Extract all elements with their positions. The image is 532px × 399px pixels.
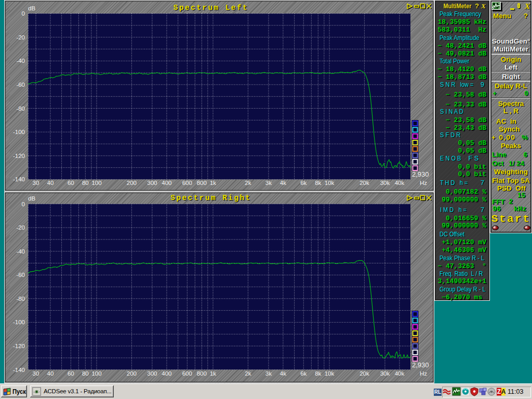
svg-text:Z: Z (497, 388, 501, 395)
svg-text:40k: 40k (395, 370, 405, 377)
svg-text:600: 600 (182, 180, 192, 186)
svg-text:Spectrum Left: Spectrum Left (174, 4, 248, 12)
svg-text:-80: -80 (16, 296, 25, 302)
svg-text:800: 800 (197, 180, 207, 186)
svg-text:4k: 4k (280, 370, 286, 377)
svg-text:-100: -100 (13, 129, 25, 135)
svg-text:-60: -60 (16, 272, 25, 278)
svg-text:80: 80 (82, 370, 89, 377)
svg-text:Spectrum Right: Spectrum Right (170, 194, 251, 202)
svg-text:3k: 3k (265, 370, 272, 377)
svg-text:600: 600 (182, 370, 192, 377)
svg-text:1k: 1k (210, 370, 216, 377)
svg-text:Hz: Hz (420, 180, 427, 186)
svg-text:2k: 2k (245, 370, 251, 377)
svg-text:30: 30 (33, 180, 39, 186)
svg-text:30k: 30k (380, 370, 390, 377)
svg-text:2k: 2k (245, 180, 251, 186)
svg-text:6k: 6k (300, 180, 307, 186)
svg-text:30k: 30k (380, 180, 390, 186)
svg-text:300: 300 (147, 370, 157, 377)
svg-text:-20: -20 (16, 34, 25, 41)
svg-text:100: 100 (91, 180, 101, 186)
svg-text:dB: dB (28, 5, 35, 11)
svg-text:100: 100 (91, 370, 101, 377)
svg-text:10k: 10k (325, 370, 335, 377)
svg-text:30: 30 (33, 370, 39, 377)
svg-text:40: 40 (47, 180, 54, 186)
svg-text:-120: -120 (13, 153, 25, 159)
svg-text:8k: 8k (315, 180, 321, 186)
svg-text:-120: -120 (13, 343, 25, 349)
svg-text:20k: 20k (360, 180, 369, 186)
svg-text:A: A (501, 388, 506, 395)
svg-text:60: 60 (68, 180, 74, 186)
svg-text:200: 200 (127, 180, 137, 186)
svg-text:40k: 40k (395, 180, 405, 186)
svg-text:10k: 10k (325, 180, 335, 186)
svg-text:-60: -60 (16, 82, 25, 88)
svg-text:400: 400 (162, 180, 171, 186)
svg-text:0: 0 (22, 10, 25, 17)
svg-text:-100: -100 (13, 319, 25, 325)
svg-text:-80: -80 (16, 105, 25, 112)
svg-text:Hz: Hz (420, 370, 427, 377)
svg-text:800: 800 (197, 370, 207, 377)
svg-text:1k: 1k (210, 180, 216, 186)
svg-text:200: 200 (127, 370, 137, 377)
svg-text:20k: 20k (360, 370, 369, 377)
svg-text:dB: dB (28, 195, 35, 202)
svg-text:6k: 6k (300, 370, 307, 377)
svg-text:-20: -20 (16, 224, 25, 231)
svg-text:-140: -140 (13, 176, 25, 182)
svg-text:300: 300 (147, 180, 157, 186)
svg-text:-140: -140 (13, 367, 25, 373)
svg-text:400: 400 (162, 370, 171, 377)
svg-text:8k: 8k (315, 370, 321, 377)
svg-text:2,930: 2,930 (412, 361, 429, 369)
svg-text:0: 0 (22, 201, 25, 207)
svg-text:4k: 4k (280, 180, 286, 186)
svg-text:-40: -40 (16, 248, 25, 255)
svg-text:80: 80 (82, 180, 89, 186)
svg-text:40: 40 (47, 370, 54, 377)
svg-text:2,930: 2,930 (412, 170, 429, 178)
svg-text:60: 60 (68, 370, 74, 377)
svg-text:-40: -40 (16, 58, 25, 64)
svg-text:3k: 3k (265, 180, 272, 186)
